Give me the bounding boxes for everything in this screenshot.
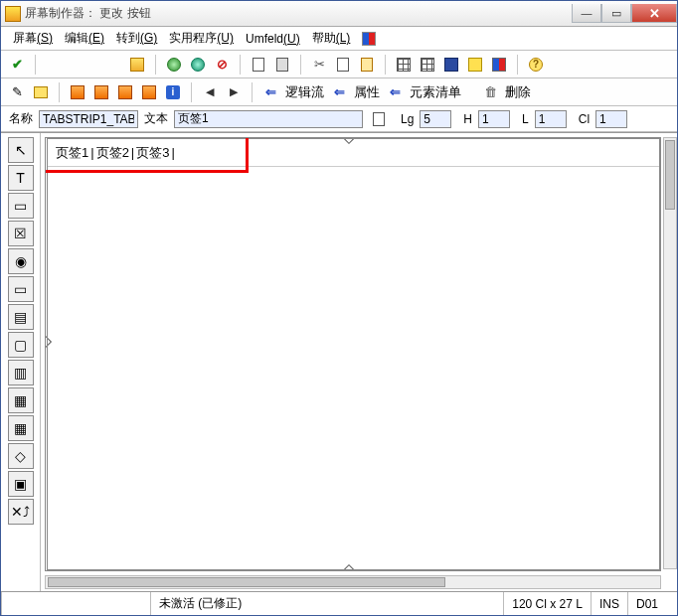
attributes-button[interactable]: 属性 [353, 82, 381, 102]
separator [59, 82, 60, 102]
wand-icon[interactable]: ✎ [7, 82, 27, 102]
status-page: D01 [627, 592, 677, 615]
main-area: ↖ T ▭ ☒ ◉ ▭ ▤ ▢ ▥ ▦ ▦ ◇ ▣ ✕⤴ 页签1| [1, 132, 677, 591]
h-label: H [463, 112, 472, 126]
maximize-button[interactable]: ▭ [601, 4, 631, 23]
check-icon[interactable]: ✔ [7, 55, 27, 75]
menu-utility[interactable]: 实用程序(U) [163, 28, 240, 49]
minimize-button[interactable]: — [572, 4, 601, 23]
label-text: 文本 [144, 110, 168, 127]
logic-flow-button[interactable]: 逻辑流 [284, 82, 325, 102]
tool-custom[interactable]: ◇ [8, 443, 34, 469]
orange-1-icon[interactable] [68, 82, 87, 102]
tool-frame[interactable]: ▥ [8, 360, 34, 385]
trash-icon[interactable]: 🗑 [480, 82, 500, 102]
cancel-icon[interactable]: ⊘ [212, 55, 232, 75]
name-input[interactable] [39, 110, 138, 128]
menu-goto[interactable]: 转到(G) [110, 28, 163, 49]
h-input[interactable] [478, 110, 510, 128]
tool-button[interactable]: ▭ [8, 276, 34, 302]
tab-2[interactable]: 页签2 [94, 144, 131, 162]
tool-pointer[interactable]: ↖ [8, 137, 34, 163]
design-canvas[interactable]: 页签1| 页签2| 页签3| [45, 137, 661, 571]
separator [240, 55, 241, 75]
delete-button[interactable]: 删除 [504, 82, 532, 102]
titlebar: 屏幕制作器： 更改 按钮 — ▭ ✕ [1, 1, 677, 27]
tabstrip-header: 页签1| 页签2| 页签3| [48, 139, 659, 167]
color-pair-icon[interactable] [489, 55, 509, 75]
status-state: 未激活 (已修正) [150, 592, 503, 615]
window-title: 屏幕制作器： 更改 按钮 [25, 5, 572, 22]
tool-checkbox[interactable]: ☒ [8, 221, 34, 246]
tool-radio[interactable]: ◉ [8, 248, 34, 274]
tab-3[interactable]: 页签3 [134, 144, 171, 162]
window-buttons: — ▭ ✕ [572, 4, 677, 23]
tool-box[interactable]: ▢ [8, 332, 34, 358]
tool-icon[interactable]: ▣ [8, 471, 34, 497]
vertical-scrollbar[interactable] [663, 137, 677, 569]
cl-label: Cl [579, 112, 590, 126]
menu-help[interactable]: 帮助(L) [306, 28, 357, 49]
menubar: 屏幕(S) 编辑(E) 转到(G) 实用程序(U) Umfeld(U) 帮助(L… [1, 27, 677, 51]
folder-icon[interactable] [31, 82, 51, 102]
prev-icon[interactable]: ◀ [200, 82, 220, 102]
activate-icon[interactable] [164, 55, 184, 75]
tool-status[interactable]: ✕⤴ [8, 499, 34, 525]
tabstrip-element[interactable]: 页签1| 页签2| 页签3| [47, 138, 660, 570]
text-picker-icon[interactable] [369, 109, 389, 129]
logic-flow-arrow-icon: ⇐ [260, 82, 280, 102]
label-name: 名称 [9, 110, 33, 127]
blue-tile-icon[interactable] [441, 55, 461, 75]
tool-input[interactable]: ▭ [8, 193, 34, 219]
horizontal-scrollbar[interactable] [45, 575, 661, 589]
print-icon[interactable] [272, 55, 292, 75]
toolbar-2: ✎ i ◀ ▶ ⇐ 逻辑流 ⇐ 属性 ⇐ 元素清单 🗑 删除 [1, 78, 677, 106]
paste-icon[interactable] [357, 55, 377, 75]
menu-screen[interactable]: 屏幕(S) [7, 28, 59, 49]
grid-1-icon[interactable] [394, 55, 414, 75]
text-input[interactable] [174, 110, 363, 128]
color-palette-icon[interactable] [362, 32, 376, 46]
tool-subscreen[interactable]: ▦ [8, 387, 34, 413]
lg-input[interactable] [420, 110, 451, 128]
separator [35, 55, 36, 75]
orange-3-icon[interactable] [115, 82, 135, 102]
grid-2-icon[interactable] [418, 55, 437, 75]
element-list-arrow-icon: ⇐ [385, 82, 405, 102]
toolbar-1: ✔ ⊘ ✂ ? [1, 51, 677, 78]
tab-1[interactable]: 页签1 [54, 144, 90, 162]
separator [300, 55, 301, 75]
menu-edit[interactable]: 编辑(E) [59, 28, 110, 49]
cl-input[interactable] [595, 110, 627, 128]
orange-4-icon[interactable] [139, 82, 159, 102]
tool-text[interactable]: T [8, 165, 34, 191]
close-button[interactable]: ✕ [631, 4, 677, 23]
refresh-icon[interactable] [188, 55, 208, 75]
hscroll-thumb[interactable] [48, 577, 445, 587]
document-icon[interactable] [249, 55, 268, 75]
save-icon[interactable] [127, 55, 147, 75]
tool-table[interactable]: ▦ [8, 415, 34, 441]
cut-icon[interactable]: ✂ [309, 55, 329, 75]
element-list-button[interactable]: 元素清单 [409, 82, 462, 102]
next-icon[interactable]: ▶ [224, 82, 244, 102]
separator [385, 55, 386, 75]
app-icon [5, 6, 21, 22]
separator [155, 55, 156, 75]
separator [252, 82, 253, 102]
status-dims: 120 Cl x 27 L [503, 592, 591, 615]
toolbox: ↖ T ▭ ☒ ◉ ▭ ▤ ▢ ▥ ▦ ▦ ◇ ▣ ✕⤴ [1, 133, 41, 591]
help-icon[interactable]: ? [526, 55, 546, 75]
copy-icon[interactable] [333, 55, 353, 75]
yellow-tile-icon[interactable] [465, 55, 485, 75]
status-mode: INS [591, 592, 627, 615]
orange-2-icon[interactable] [91, 82, 111, 102]
info-icon[interactable]: i [163, 82, 183, 102]
tool-tabstrip[interactable]: ▤ [8, 304, 34, 330]
vscroll-thumb[interactable] [665, 140, 675, 210]
lg-label: Lg [401, 112, 414, 126]
menu-umfeld[interactable]: Umfeld(U) [240, 30, 306, 48]
l-label: L [522, 112, 529, 126]
attributes-arrow-icon: ⇐ [329, 82, 349, 102]
l-input[interactable] [535, 110, 567, 128]
